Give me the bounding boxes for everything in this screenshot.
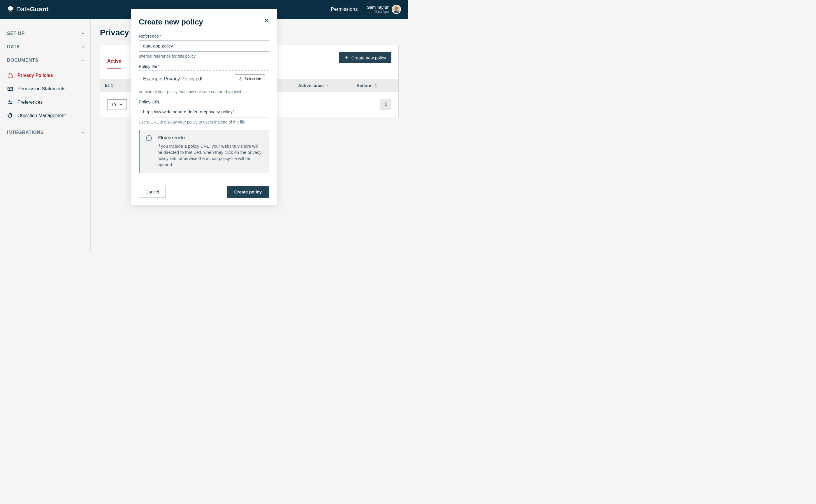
upload-icon <box>239 77 243 81</box>
note-box: Please note If you include a policy URL,… <box>139 130 269 173</box>
policy-url-help: Use a URL to display your policy to user… <box>139 120 269 124</box>
reference-help: Internal reference for this policy <box>139 54 269 59</box>
info-icon <box>146 135 152 141</box>
reference-input[interactable] <box>139 40 269 52</box>
policy-file-help: Version of your policy that consents are… <box>139 89 269 94</box>
note-title: Please note <box>157 135 263 141</box>
modal-overlay: Create new policy Reference* Internal re… <box>0 0 408 252</box>
create-policy-modal: Create new policy Reference* Internal re… <box>131 9 277 205</box>
reference-label: Reference* <box>139 34 269 38</box>
create-policy-submit-button[interactable]: Create policy <box>227 186 269 198</box>
modal-title: Create new policy <box>139 17 203 27</box>
svg-point-14 <box>149 137 149 137</box>
policy-file-name: Example Privacy Policy.pdf <box>143 76 202 82</box>
policy-url-input[interactable] <box>139 106 269 117</box>
select-file-label: Select file <box>245 77 261 81</box>
divider <box>139 180 269 180</box>
note-text: If you include a policy URL, your websit… <box>157 143 263 168</box>
policy-url-label: Policy URL <box>139 99 269 104</box>
select-file-button[interactable]: Select file <box>235 74 265 83</box>
cancel-button[interactable]: Cancel <box>139 186 166 198</box>
policy-file-label: Policy file* <box>139 64 269 69</box>
close-icon[interactable] <box>263 17 269 23</box>
policy-file-dropzone[interactable]: Example Privacy Policy.pdf Select file <box>139 71 269 87</box>
